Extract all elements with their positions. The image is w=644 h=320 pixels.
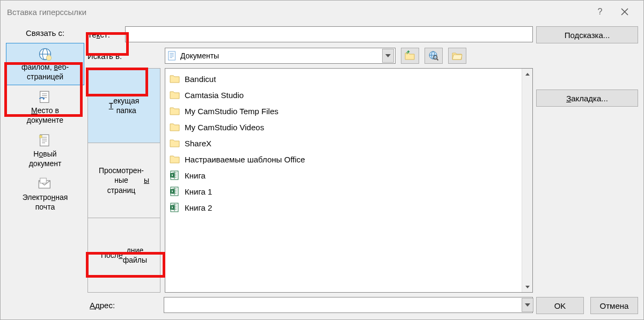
- scroll-up-button[interactable]: [522, 69, 532, 79]
- file-item[interactable]: Книга 1: [165, 183, 522, 199]
- cancel-button[interactable]: Отмена: [590, 297, 638, 314]
- linkto-newdoc-label: Новыйдокумент: [29, 150, 62, 168]
- linkto-email[interactable]: Электроннаяпочта: [6, 173, 84, 215]
- scrollbar[interactable]: [522, 69, 532, 292]
- folder-icon: [170, 73, 180, 84]
- file-item[interactable]: Книга 2: [165, 199, 522, 215]
- link-to-label: Связать с:: [6, 25, 84, 43]
- file-item[interactable]: Настраиваемые шаблоны Office: [165, 151, 522, 167]
- doc-icon: [167, 51, 177, 61]
- bookmark-button[interactable]: Закладка...: [536, 90, 638, 107]
- center-panel: Текст: Искать в: Текущаяпапка Просмотрен…: [87, 25, 533, 314]
- scroll-down-button[interactable]: [522, 281, 532, 292]
- file-list[interactable]: BandicutCamtasia StudioMy CamStudio Temp…: [165, 68, 533, 293]
- up-one-level-button[interactable]: [401, 48, 419, 64]
- file-name: My CamStudio Videos: [185, 123, 264, 132]
- look-in-row: Документы: [165, 47, 533, 65]
- screentip-button[interactable]: Подсказка...: [536, 26, 638, 43]
- view-tab-current-folder[interactable]: Текущаяпапка: [88, 69, 160, 143]
- file-item[interactable]: My CamStudio Temp Files: [165, 103, 522, 119]
- file-name: Bandicut: [185, 75, 216, 84]
- linkto-place-in-doc[interactable]: Место вдокументе: [6, 86, 84, 129]
- folder-icon: [170, 154, 180, 165]
- file-name: Книга 1: [185, 187, 212, 196]
- file-name: Книга 2: [185, 203, 212, 212]
- linkto-place-label: Место вдокументе: [27, 106, 63, 125]
- text-row: Текст:: [87, 25, 533, 43]
- folder-icon: [170, 122, 180, 132]
- file-name: Книга: [185, 171, 206, 180]
- file-item[interactable]: Книга: [165, 167, 522, 183]
- link-to-panel: Связать с: файлом, веб-страницей Место в…: [6, 25, 84, 314]
- linkto-file-webpage[interactable]: файлом, веб-страницей: [6, 43, 84, 85]
- browse-web-button[interactable]: [425, 48, 443, 64]
- insert-hyperlink-dialog: Вставка гиперссылки ? Связать с: файлом,…: [0, 0, 644, 320]
- titlebar: Вставка гиперссылки ?: [1, 1, 643, 23]
- view-tabs: Текущаяпапка Просмотрен-ныестраницы Посл…: [87, 68, 160, 293]
- linkto-email-label: Электроннаяпочта: [23, 193, 68, 212]
- help-button[interactable]: ?: [588, 1, 612, 23]
- new-doc-icon: [38, 133, 53, 148]
- linkto-new-document[interactable]: Новыйдокумент: [6, 130, 84, 172]
- view-tab-browsed-pages[interactable]: Просмотрен-ныестраницы: [88, 143, 160, 218]
- chevron-down-icon: [385, 54, 391, 57]
- file-name: Camtasia Studio: [185, 91, 244, 100]
- email-icon: [38, 177, 53, 192]
- address-dropdown-button[interactable]: [522, 298, 533, 312]
- close-button[interactable]: [612, 1, 637, 23]
- chevron-up-icon: [525, 73, 530, 76]
- globe-icon: [38, 47, 53, 62]
- look-in-label: Искать в:: [87, 51, 122, 61]
- chevron-down-icon: [525, 303, 530, 307]
- right-button-panel: Подсказка... Закладка... OK Отмена: [536, 25, 638, 314]
- folder-open-icon: [452, 50, 463, 61]
- chevron-down-icon: [525, 286, 530, 288]
- file-item[interactable]: Bandicut: [165, 71, 522, 87]
- xlsx-icon: [170, 170, 180, 181]
- linkto-file-label: файлом, веб-страницей: [21, 63, 69, 81]
- xlsx-icon: [170, 202, 180, 213]
- file-name: Настраиваемые шаблоны Office: [185, 155, 305, 164]
- browse-file-button[interactable]: [448, 48, 466, 64]
- address-input[interactable]: [164, 297, 522, 312]
- view-tab-recent-files[interactable]: Последниефайлы: [88, 218, 160, 292]
- xlsx-icon: [170, 186, 180, 197]
- file-item[interactable]: My CamStudio Videos: [165, 119, 522, 135]
- search-web-icon: [428, 50, 439, 61]
- look-in-combo[interactable]: Документы: [165, 48, 396, 64]
- folder-up-icon: [405, 50, 415, 61]
- text-label: Текст:: [87, 30, 121, 39]
- folder-icon: [170, 106, 180, 116]
- dialog-title: Вставка гиперссылки: [7, 8, 588, 17]
- file-name: My CamStudio Temp Files: [185, 107, 279, 116]
- address-combo[interactable]: [164, 297, 533, 313]
- folder-icon: [170, 138, 180, 148]
- file-item[interactable]: Camtasia Studio: [165, 87, 522, 103]
- look-in-value: Документы: [180, 51, 379, 60]
- address-row: Адрес:: [87, 296, 533, 314]
- folder-icon: [170, 90, 180, 100]
- address-label: Адрес:: [87, 301, 158, 310]
- place-in-doc-icon: [38, 90, 53, 105]
- ok-button[interactable]: OK: [536, 297, 584, 314]
- look-in-dropdown-button[interactable]: [382, 49, 394, 63]
- file-name: ShareX: [185, 139, 211, 148]
- display-text-input[interactable]: [125, 26, 533, 42]
- file-item[interactable]: ShareX: [165, 135, 522, 151]
